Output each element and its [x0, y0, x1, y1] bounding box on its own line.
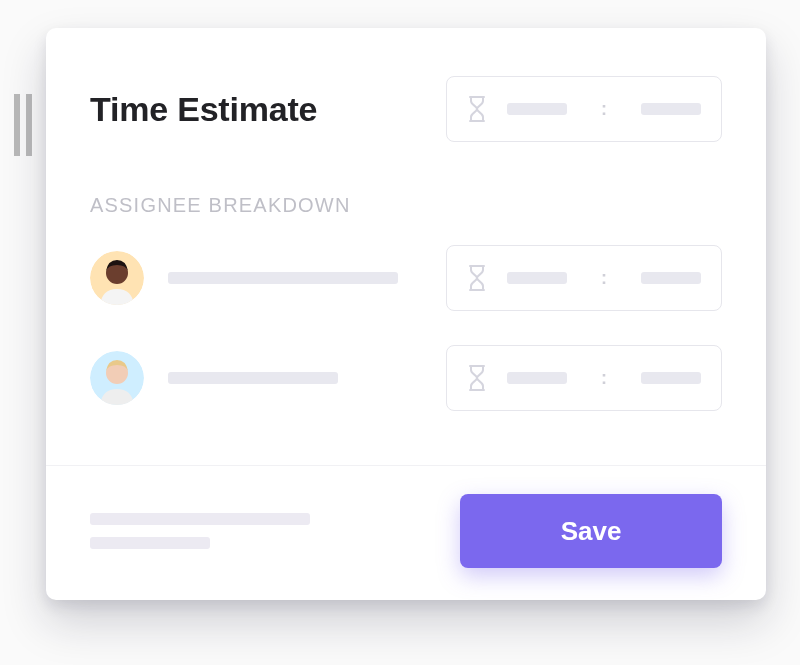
total-time-input[interactable]: :: [446, 76, 722, 142]
background-decoration: [14, 94, 32, 156]
assignee-name: [168, 372, 338, 384]
minutes-field[interactable]: [641, 372, 701, 384]
hours-field[interactable]: [507, 103, 567, 115]
footer-info: [90, 513, 310, 549]
avatar: [90, 351, 144, 405]
footer-text-placeholder: [90, 537, 210, 549]
time-estimate-card: Time Estimate : Assignee Breakdown: [46, 28, 766, 600]
hourglass-icon: [467, 364, 487, 392]
time-separator: :: [601, 99, 607, 120]
assignee-time-input[interactable]: :: [446, 345, 722, 411]
assignee-time-input[interactable]: :: [446, 245, 722, 311]
save-button[interactable]: Save: [460, 494, 722, 568]
assignee-row: :: [90, 345, 722, 411]
hours-field[interactable]: [507, 272, 567, 284]
avatar: [90, 251, 144, 305]
time-separator: :: [601, 368, 607, 389]
hourglass-icon: [467, 264, 487, 292]
card-title: Time Estimate: [90, 90, 317, 129]
minutes-field[interactable]: [641, 272, 701, 284]
assignee-name: [168, 272, 398, 284]
hourglass-icon: [467, 95, 487, 123]
time-separator: :: [601, 268, 607, 289]
hours-field[interactable]: [507, 372, 567, 384]
assignee-row: :: [90, 245, 722, 311]
minutes-field[interactable]: [641, 103, 701, 115]
card-footer: Save: [46, 465, 766, 602]
breakdown-section-label: Assignee Breakdown: [90, 194, 722, 217]
footer-text-placeholder: [90, 513, 310, 525]
